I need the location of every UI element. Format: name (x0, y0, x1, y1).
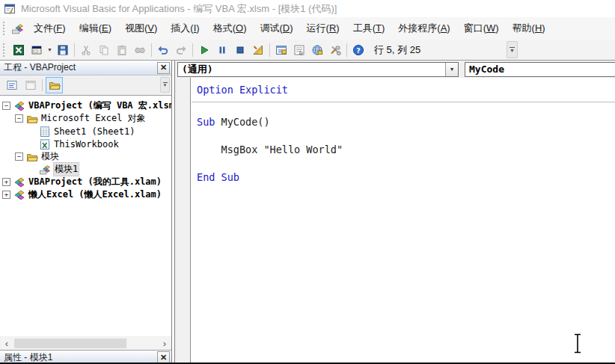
insert-dropdown-arrow-icon[interactable]: ▼ (46, 42, 54, 58)
code-line: Sub MyCode() (197, 115, 615, 129)
module-icon (39, 164, 51, 176)
properties-panel-close-button[interactable]: ✕ (157, 351, 170, 363)
code-line (197, 129, 615, 144)
folder-icon (26, 113, 38, 125)
svg-text:?: ? (356, 46, 361, 54)
code-content[interactable]: Option ExplicitSub MyCode() MsgBox "Hell… (192, 78, 615, 364)
titlebar[interactable]: Microsoft Visual Basic for Applications … (0, 0, 615, 17)
properties-window-button[interactable] (290, 42, 308, 58)
tree-item[interactable]: −Microsoft Excel 对象 (0, 112, 171, 125)
code-combo-row: (通用) ▼ MyCode (175, 61, 615, 78)
toggle-folders-button[interactable] (46, 77, 63, 93)
tree-item-label: VBAProject (我的工具.xlam) (28, 176, 162, 188)
menu-item-E[interactable]: 编辑(E) (73, 18, 118, 39)
tree-item[interactable]: 模块1 (0, 163, 171, 176)
menu-items: 文件(F)编辑(E)视图(V)插入(I)格式(O)调试(D)运行(R)工具(T)… (27, 18, 552, 39)
project-panel-header[interactable]: 工程 - VBAProject ✕ (0, 61, 171, 75)
menu-item-R[interactable]: 运行(R) (300, 18, 346, 39)
project-toolbar-options-button[interactable]: ▼ (160, 77, 170, 93)
scrollbar-thumb[interactable] (14, 339, 126, 348)
project-panel-close-button[interactable]: ✕ (157, 62, 170, 74)
tree-item[interactable]: +懒人Excel (懒人Excel.xlam) (0, 188, 171, 201)
paste-button[interactable] (113, 42, 131, 58)
code-line: End Sub (197, 170, 615, 185)
find-button[interactable] (131, 42, 149, 58)
redo-button[interactable] (172, 42, 190, 58)
toolbar-separator (192, 43, 193, 57)
ibeam-cursor (572, 333, 583, 354)
tree-expander-icon[interactable]: + (2, 191, 10, 199)
chevron-down-icon[interactable]: ▼ (445, 63, 458, 76)
toolbar-grip[interactable] (3, 43, 7, 57)
tree-expander-icon[interactable]: − (15, 152, 23, 161)
tree-expander-icon[interactable]: − (2, 102, 10, 110)
menubar-grip[interactable] (3, 22, 7, 35)
design-mode-button[interactable] (249, 42, 267, 58)
view-code-button[interactable] (3, 77, 20, 93)
project-tree[interactable]: −VBAProject (编写 VBA 宏.xlsm)−Microsoft Ex… (0, 95, 171, 336)
tree-expander-icon[interactable]: − (15, 114, 23, 123)
toolbar-separator (269, 43, 270, 57)
workbook-icon (39, 138, 51, 150)
code-segment: Sub (197, 116, 221, 128)
toolbar-separator (151, 43, 152, 57)
reset-button[interactable] (231, 42, 249, 58)
break-button[interactable] (213, 42, 231, 58)
cursor-position-indicator: 行 5, 列 25 (374, 43, 420, 57)
view-excel-button[interactable] (10, 42, 28, 58)
toolbar-options-button[interactable]: ▼ (507, 41, 518, 58)
menu-item-A[interactable]: 外接程序(A) (391, 18, 456, 39)
project-explorer-button[interactable] (272, 42, 290, 58)
toolbar-separator (42, 79, 43, 91)
menu-item-H[interactable]: 帮助(H) (506, 18, 552, 39)
toolbox-button[interactable] (326, 42, 344, 58)
scroll-right-icon[interactable]: › (159, 338, 171, 349)
code-line: Option Explicit (197, 83, 615, 97)
object-dropdown-value: (通用) (178, 63, 445, 76)
tree-item[interactable]: ThisWorkbook (0, 138, 171, 150)
project-icon (13, 100, 25, 112)
code-line (197, 157, 615, 171)
code-segment: Option Explicit (197, 84, 288, 96)
tree-item[interactable]: +VBAProject (我的工具.xlam) (0, 176, 171, 188)
code-segment: MyCode() (221, 116, 270, 128)
undo-button[interactable] (154, 42, 172, 58)
object-browser-button[interactable] (308, 42, 326, 58)
procedure-divider (192, 102, 615, 102)
scroll-left-icon[interactable]: ‹ (1, 338, 13, 349)
menu-item-T[interactable]: 工具(T) (346, 18, 392, 39)
tree-item-label: 模块 (41, 150, 59, 163)
menu-item-O[interactable]: 格式(O) (206, 18, 254, 39)
tree-item[interactable]: −模块 (0, 150, 171, 163)
menu-item-V[interactable]: 视图(V) (118, 18, 164, 39)
save-button[interactable] (54, 42, 72, 58)
code-editor[interactable]: Option ExplicitSub MyCode() MsgBox "Hell… (175, 78, 615, 364)
standard-toolbar: ▼ (0, 40, 615, 61)
code-line (197, 102, 615, 116)
vbe-window: Microsoft Visual Basic for Applications … (0, 0, 615, 364)
folder-icon (26, 151, 38, 163)
menu-item-F[interactable]: 文件(F) (27, 18, 73, 39)
tree-item[interactable]: −VBAProject (编写 VBA 宏.xlsm) (0, 99, 171, 112)
object-dropdown[interactable]: (通用) ▼ (177, 62, 459, 77)
module-window-icon[interactable] (11, 22, 24, 35)
breakpoint-margin[interactable] (175, 78, 191, 364)
help-button[interactable]: ? (349, 42, 367, 58)
code-window: (通用) ▼ MyCode Option ExplicitSub MyCode(… (174, 61, 615, 364)
tree-item[interactable]: Sheet1 (Sheet1) (0, 125, 171, 138)
procedure-dropdown[interactable]: MyCode (465, 62, 615, 77)
menu-item-I[interactable]: 插入(I) (164, 18, 206, 39)
project-tree-hscrollbar[interactable]: ‹ › (1, 337, 171, 350)
chevron-down-icon: ▼ (510, 49, 515, 53)
menu-item-W[interactable]: 窗口(W) (457, 18, 506, 39)
window-title: Microsoft Visual Basic for Applications … (21, 2, 337, 16)
project-panel-toolbar: ▼ (0, 75, 171, 95)
tree-item-label: 模块1 (54, 163, 79, 176)
menu-item-D[interactable]: 调试(D) (253, 18, 299, 39)
view-object-button[interactable] (22, 77, 39, 93)
insert-userform-button[interactable] (28, 42, 46, 58)
copy-button[interactable] (95, 42, 113, 58)
run-button[interactable] (195, 42, 213, 58)
cut-button[interactable] (77, 42, 95, 58)
tree-expander-icon[interactable]: + (2, 178, 10, 186)
